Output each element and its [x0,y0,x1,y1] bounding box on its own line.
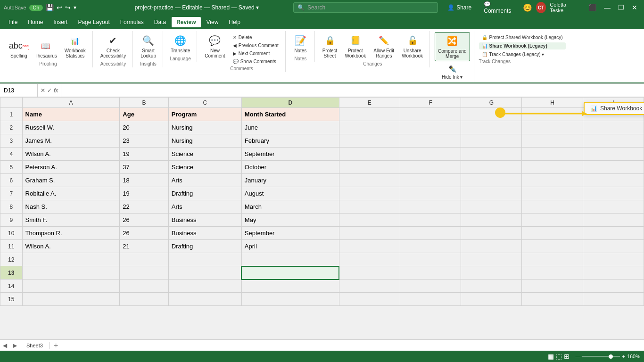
page-break-view-icon[interactable]: ⊞ [564,353,570,360]
menu-file[interactable]: File [4,17,22,27]
protect-workbook-button[interactable]: 📒 ProtectWorkbook [342,32,369,60]
row-header-15[interactable]: 15 [0,293,23,306]
zoom-out-button[interactable]: — [575,354,580,359]
save-icon[interactable]: 💾 [46,4,54,11]
cell-b13[interactable] [120,266,168,280]
translate-button[interactable]: 🌐 Translate [168,32,193,55]
cell-e7[interactable] [339,187,400,200]
cell-d3[interactable]: February [241,134,339,148]
cell-g5[interactable] [461,161,522,174]
cell-h15[interactable] [522,293,583,306]
cell-i3[interactable] [583,134,644,148]
page-layout-view-icon[interactable]: ⬚ [556,353,562,360]
cell-f14[interactable] [400,280,461,293]
show-comments-button[interactable]: 💬 Show Comments [230,58,281,65]
cell-f2[interactable] [400,121,461,134]
cell-f1[interactable] [400,108,461,121]
cell-h14[interactable] [522,280,583,293]
cell-e5[interactable] [339,161,400,174]
cell-d2[interactable]: June [241,121,339,134]
cell-h13[interactable] [522,266,583,280]
cell-b1[interactable]: Age [120,108,168,121]
cell-d1[interactable]: Month Started [241,108,339,121]
cell-c12[interactable] [168,253,241,266]
customize-icon[interactable]: ▾ [74,4,76,11]
cell-b5[interactable]: 37 [120,161,168,174]
cell-f15[interactable] [400,293,461,306]
confirm-formula-icon[interactable]: ✓ [47,87,52,94]
cell-i12[interactable] [583,253,644,266]
cell-f6[interactable] [400,174,461,187]
row-header-5[interactable]: 5 [0,161,23,174]
protect-sheet-button[interactable]: 🔒 ProtectSheet [320,32,340,60]
cell-b6[interactable]: 18 [120,174,168,187]
cell-i8[interactable] [583,200,644,214]
cell-c2[interactable]: Nursing [168,121,241,134]
cell-g9[interactable] [461,214,522,227]
row-header-2[interactable]: 2 [0,121,23,134]
cell-b3[interactable]: 23 [120,134,168,148]
cell-b15[interactable] [120,293,168,306]
delete-comment-button[interactable]: ✕ Delete [230,34,281,41]
row-header-3[interactable]: 3 [0,134,23,148]
cell-i4[interactable] [583,148,644,161]
cell-g11[interactable] [461,240,522,253]
cell-e3[interactable] [339,134,400,148]
cell-d11[interactable]: April [241,240,339,253]
share-button[interactable]: 👤 Share [442,2,477,13]
row-header-1[interactable]: 1 [0,108,23,121]
cancel-formula-icon[interactable]: ✕ [41,87,45,94]
col-header-d[interactable]: D [241,98,339,108]
allow-edit-ranges-button[interactable]: ✏️ Allow EditRanges [371,32,397,60]
cell-d10[interactable]: September [241,227,339,240]
cell-e11[interactable] [339,240,400,253]
row-header-9[interactable]: 9 [0,214,23,227]
col-header-g[interactable]: G [461,98,522,108]
maximize-button[interactable]: ❐ [615,4,627,11]
menu-help[interactable]: Help [224,17,245,27]
cell-a13[interactable] [22,266,120,280]
menu-formulas[interactable]: Formulas [116,17,149,27]
col-header-corner[interactable] [0,98,23,108]
menu-page-layout[interactable]: Page Layout [73,17,114,27]
cell-g3[interactable] [461,134,522,148]
cell-f13[interactable] [400,266,461,280]
cell-d6[interactable]: January [241,174,339,187]
row-header-14[interactable]: 14 [0,280,23,293]
cell-a1[interactable]: Name [22,108,120,121]
cell-h3[interactable] [522,134,583,148]
cell-b9[interactable]: 26 [120,214,168,227]
cell-a8[interactable]: Nash S. [22,200,120,214]
cell-i6[interactable] [583,174,644,187]
cell-e15[interactable] [339,293,400,306]
workbook-statistics-button[interactable]: 📊 WorkbookStatistics [62,32,89,60]
cell-e1[interactable] [339,108,400,121]
cell-d13[interactable] [241,266,339,280]
cell-d8[interactable]: March [241,200,339,214]
cell-i11[interactable] [583,240,644,253]
cell-g15[interactable] [461,293,522,306]
protect-shared-workbook-button[interactable]: 🔒 Protect Shared Workbook (Legacy) [479,34,566,41]
cell-h6[interactable] [522,174,583,187]
scroll-right-icon[interactable]: ▶ [10,342,20,349]
minimize-button[interactable]: — [601,4,613,11]
cell-d4[interactable]: September [241,148,339,161]
cell-h9[interactable] [522,214,583,227]
close-button[interactable]: ✕ [629,4,640,11]
cell-b12[interactable] [120,253,168,266]
cell-h4[interactable] [522,148,583,161]
cell-g10[interactable] [461,227,522,240]
check-accessibility-button[interactable]: ✔ CheckAccessibility [98,32,129,60]
cell-f9[interactable] [400,214,461,227]
cell-a9[interactable]: Smith F. [22,214,120,227]
cell-c7[interactable]: Drafting [168,187,241,200]
cell-c14[interactable] [168,280,241,293]
cell-c3[interactable]: Nursing [168,134,241,148]
unshare-workbook-button[interactable]: 🔓 UnshareWorkbook [399,32,426,60]
cell-i10[interactable] [583,227,644,240]
cell-b8[interactable]: 22 [120,200,168,214]
cell-f3[interactable] [400,134,461,148]
cell-h11[interactable] [522,240,583,253]
cell-e6[interactable] [339,174,400,187]
cell-c9[interactable]: Business [168,214,241,227]
